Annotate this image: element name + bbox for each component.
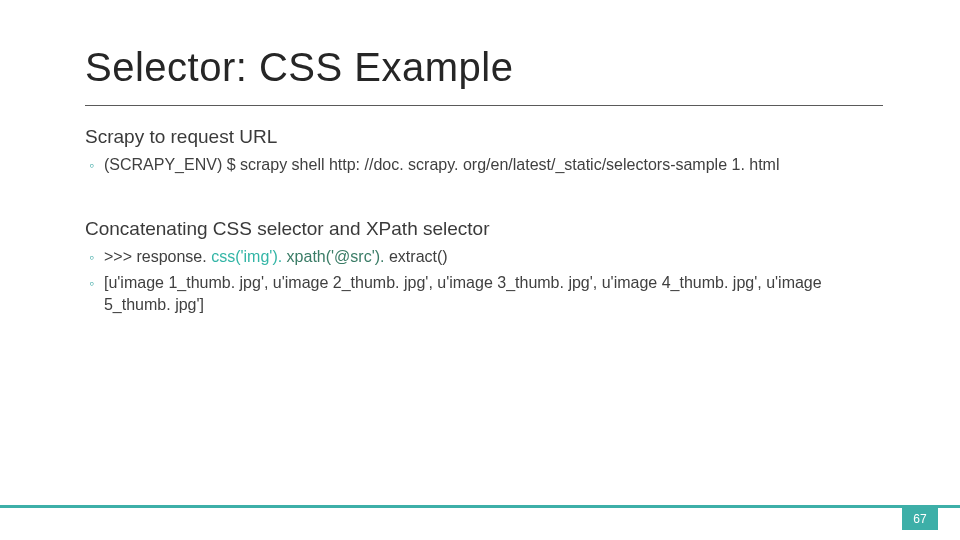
code-css: css('img').: [211, 248, 286, 265]
bullet-item: ◦ [u'image 1_thumb. jpg', u'image 2_thum…: [85, 272, 885, 315]
section-scrapy-request: Scrapy to request URL ◦ (SCRAPY_ENV) $ s…: [85, 126, 780, 176]
code-xpath: xpath('@src').: [287, 248, 389, 265]
slide: Selector: CSS Example Scrapy to request …: [0, 0, 960, 540]
bullet-text: >>> response. css('img'). xpath('@src').…: [104, 246, 448, 268]
code-suffix: extract(): [389, 248, 448, 265]
bullet-marker-icon: ◦: [89, 154, 94, 176]
code-prefix: >>> response.: [104, 248, 211, 265]
section-heading: Concatenating CSS selector and XPath sel…: [85, 218, 885, 240]
section-heading: Scrapy to request URL: [85, 126, 780, 148]
bullet-item: ◦ >>> response. css('img'). xpath('@src'…: [85, 246, 885, 268]
page-number: 67: [913, 512, 926, 526]
slide-title: Selector: CSS Example: [85, 45, 513, 90]
section-concat: Concatenating CSS selector and XPath sel…: [85, 218, 885, 316]
page-number-badge: 67: [902, 508, 938, 530]
title-underline: [85, 105, 883, 106]
bullet-item: ◦ (SCRAPY_ENV) $ scrapy shell http: //do…: [85, 154, 780, 176]
bullet-text: [u'image 1_thumb. jpg', u'image 2_thumb.…: [104, 272, 885, 315]
bullet-marker-icon: ◦: [89, 246, 94, 268]
bullet-text: (SCRAPY_ENV) $ scrapy shell http: //doc.…: [104, 154, 780, 176]
footer-bar: [0, 505, 960, 530]
bullet-marker-icon: ◦: [89, 272, 94, 294]
